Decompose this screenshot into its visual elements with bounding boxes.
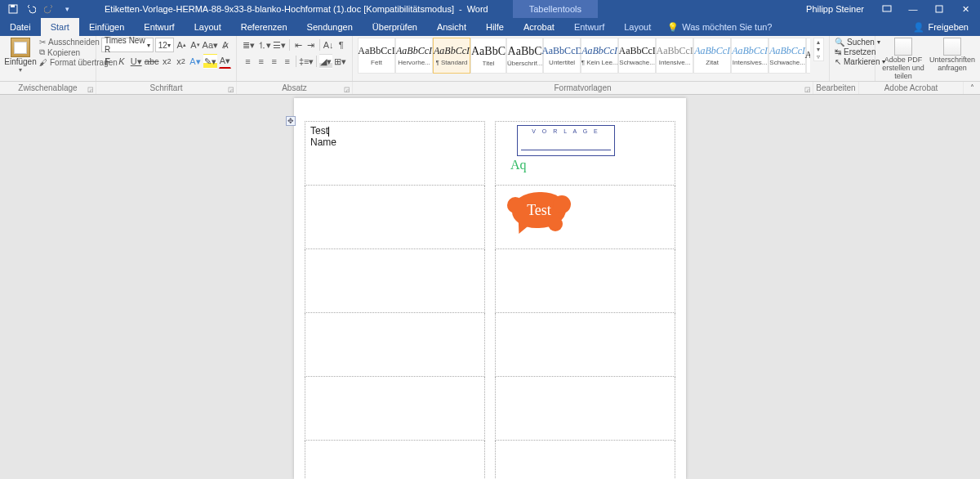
strike-icon[interactable]: abc	[145, 54, 159, 69]
borders-icon[interactable]: ⊞▾	[333, 54, 347, 69]
group-paragraph: ≣▾ ⒈▾ ☰▾ ⇤ ⇥ A↓ ¶ ≡ ≡ ≡ ≡ ‡≡▾ ◢▾ ⊞▾	[237, 36, 353, 81]
style-tile[interactable]: AaBbCcIHervorhe...	[395, 38, 433, 74]
font-color-icon[interactable]: A▾	[219, 54, 231, 69]
find-button[interactable]: 🔍Suchen▾	[835, 38, 870, 47]
table-cell[interactable]	[305, 377, 485, 441]
table-cell[interactable]	[496, 313, 675, 377]
table-cell[interactable]	[305, 441, 485, 480]
table-cell[interactable]	[305, 249, 485, 313]
style-tile[interactable]: AaBbCcI¶ Kein Lee...	[581, 38, 618, 74]
highlight-icon[interactable]: ✎▾	[203, 54, 217, 69]
pilcrow-icon[interactable]: ¶	[335, 38, 347, 52]
subscript-icon[interactable]: x2	[161, 54, 173, 69]
style-tile[interactable]: AaBbCÜberschrif...	[506, 38, 543, 74]
multilevel-icon[interactable]: ☰▾	[272, 38, 287, 52]
group-label-font: Schriftart◲	[96, 82, 237, 94]
tab-mailings[interactable]: Sendungen	[297, 18, 363, 36]
tab-insert[interactable]: Einfügen	[79, 18, 134, 36]
table-cell[interactable]	[305, 313, 485, 377]
table-cell[interactable]	[496, 249, 675, 313]
label-table[interactable]: Test Name V O R L A G E Aq Test	[305, 121, 675, 479]
maximize-icon[interactable]	[931, 1, 947, 17]
italic-icon[interactable]: K	[115, 54, 127, 69]
superscript-icon[interactable]: x2	[175, 54, 187, 69]
increase-indent-icon[interactable]: ⇥	[305, 38, 317, 52]
style-tile[interactable]: AaBbCcISchwache...	[618, 38, 656, 74]
table-cell[interactable]	[305, 186, 485, 249]
tab-start[interactable]: Start	[41, 18, 79, 36]
table-cell[interactable]: Test	[496, 186, 675, 249]
launcher-icon[interactable]: ◲	[87, 86, 94, 93]
table-cell[interactable]	[496, 377, 675, 441]
font-size-select[interactable]: 12▾	[155, 38, 174, 52]
decrease-indent-icon[interactable]: ⇤	[292, 38, 305, 52]
share-button[interactable]: 👤Freigeben	[902, 18, 980, 36]
grow-font-icon[interactable]: A▴	[176, 38, 188, 52]
qat-customize-icon[interactable]: ▾	[60, 2, 74, 16]
underline-icon[interactable]: U▾	[130, 54, 143, 69]
style-tile[interactable]: AABBCC	[806, 38, 810, 74]
ribbon-display-icon[interactable]	[879, 1, 895, 17]
line-spacing-icon[interactable]: ‡≡▾	[299, 54, 314, 69]
bold-icon[interactable]: F	[101, 54, 114, 69]
justify-icon[interactable]: ≡	[281, 54, 293, 69]
tab-help[interactable]: Hilfe	[476, 18, 514, 36]
style-tile[interactable]: AaBbCTitel	[470, 38, 506, 74]
tab-view[interactable]: Ansicht	[427, 18, 476, 36]
launcher-icon[interactable]: ◲	[344, 86, 350, 93]
align-center-icon[interactable]: ≡	[255, 54, 267, 69]
styles-gallery[interactable]: AaBbCcIFettAaBbCcIHervorhe...AaBbCcI¶ St…	[358, 38, 810, 74]
table-cell[interactable]	[496, 441, 675, 480]
shrink-font-icon[interactable]: A▾	[189, 38, 202, 52]
replace-button[interactable]: ↹Ersetzen	[835, 47, 870, 56]
style-tile[interactable]: AaBbCcDUntertitel	[543, 38, 581, 74]
document-area[interactable]: ✥ Test Name V O R L A G E Aq Test	[0, 95, 980, 479]
redo-icon[interactable]	[42, 2, 56, 16]
select-button[interactable]: ↖Markieren▾	[835, 57, 870, 66]
bullets-icon[interactable]: ≣▾	[242, 38, 256, 52]
clear-format-icon[interactable]: A̷	[219, 38, 231, 52]
table-cell[interactable]: Test Name	[305, 122, 485, 186]
numbering-icon[interactable]: ⒈▾	[256, 38, 271, 52]
undo-icon[interactable]	[24, 2, 38, 16]
tab-layout[interactable]: Layout	[185, 18, 231, 36]
text-effects-icon[interactable]: A▾	[189, 54, 201, 69]
tab-review[interactable]: Überprüfen	[363, 18, 427, 36]
style-tile[interactable]: AaBbCcISchwache...	[768, 38, 806, 74]
adobe-create-share-button[interactable]: Adobe PDF erstellen und teilen	[880, 38, 926, 81]
svg-rect-3	[936, 6, 942, 12]
collapse-ribbon-icon[interactable]: ˄	[964, 82, 980, 94]
table-move-handle-icon[interactable]: ✥	[286, 116, 296, 126]
style-tile[interactable]: AaBbCcIIntensive...	[656, 38, 693, 74]
launcher-icon[interactable]: ◲	[804, 86, 811, 93]
style-tile[interactable]: AaBbCcIIntensives...	[731, 38, 768, 74]
shading-icon[interactable]: ◢▾	[319, 54, 332, 69]
styles-more-icon[interactable]: ▴▾▿	[813, 38, 824, 61]
change-case-icon[interactable]: Aa▾	[203, 38, 217, 52]
svg-rect-1	[11, 5, 15, 7]
minimize-icon[interactable]: —	[905, 1, 921, 17]
paste-button[interactable]: Einfügen ▾	[5, 38, 36, 74]
tab-design[interactable]: Entwurf	[134, 18, 184, 36]
save-icon[interactable]	[7, 2, 20, 16]
cursor-icon: ↖	[835, 57, 841, 66]
sort-icon[interactable]: A↓	[323, 38, 335, 52]
style-tile[interactable]: AaBbCcIFett	[358, 38, 395, 74]
paste-icon	[11, 38, 30, 57]
align-right-icon[interactable]: ≡	[268, 54, 280, 69]
tab-table-design[interactable]: Entwurf	[564, 18, 614, 36]
launcher-icon[interactable]: ◲	[228, 86, 234, 93]
adobe-request-sign-button[interactable]: Unterschriften anfragen	[929, 38, 975, 73]
tab-references[interactable]: Referenzen	[231, 18, 297, 36]
close-icon[interactable]: ✕	[957, 1, 973, 17]
style-tile[interactable]: AaBbCcI¶ Standard	[433, 38, 470, 74]
tab-table-layout[interactable]: Layout	[614, 18, 661, 36]
font-name-select[interactable]: Times New R▾	[101, 38, 154, 52]
tab-file[interactable]: Datei	[0, 18, 41, 36]
table-cell[interactable]: V O R L A G E Aq	[496, 122, 675, 186]
align-left-icon[interactable]: ≡	[242, 54, 254, 69]
user-name[interactable]: Philipp Steiner	[806, 1, 864, 17]
tab-acrobat[interactable]: Acrobat	[514, 18, 564, 36]
style-tile[interactable]: AaBbCcIZitat	[693, 38, 731, 74]
tell-me[interactable]: 💡Was möchten Sie tun?	[667, 18, 772, 36]
